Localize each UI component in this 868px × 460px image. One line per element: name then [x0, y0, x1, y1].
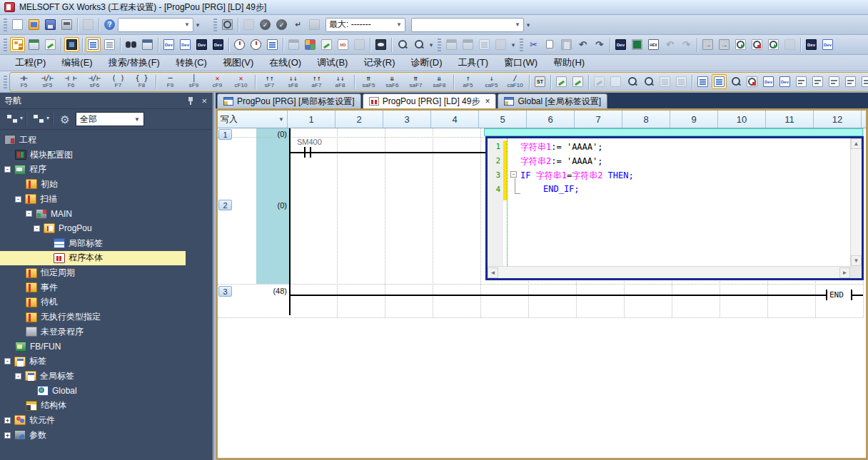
help-button[interactable]: ? — [102, 17, 117, 32]
ladder-grid[interactable]: 1 (0) 2 (0) SM400 1 — [218, 128, 866, 458]
tree-item-local-label[interactable]: 局部标签 — [0, 236, 211, 251]
device-jump-button[interactable]: Dev — [761, 74, 776, 89]
tab-progpou-local-label[interactable]: ProgPou [PRG] [局部标签设置] — [217, 93, 361, 108]
delete-vline-button[interactable]: ✕cF10 — [229, 73, 253, 91]
verify-green-button[interactable] — [733, 37, 748, 52]
collapse-expander[interactable]: - — [4, 166, 11, 173]
redo-button[interactable]: ↷ — [592, 37, 607, 52]
device-write-button[interactable]: Dev — [777, 74, 792, 89]
monitor-green-button[interactable] — [630, 37, 645, 52]
menu-view[interactable]: 视图(V) — [215, 55, 261, 71]
rung-number[interactable]: 3 — [218, 286, 232, 297]
wrap-off-button[interactable] — [712, 74, 727, 89]
undo-button[interactable]: ↶ — [575, 37, 590, 52]
toolbar-grip[interactable] — [438, 39, 441, 51]
device-k-button[interactable]: Dev — [613, 37, 628, 52]
falling-conv-button[interactable]: ↓caF5 — [480, 73, 503, 91]
list-gray-button[interactable] — [102, 37, 117, 52]
hline-button[interactable]: ─F9 — [158, 73, 182, 91]
align-c-button[interactable] — [859, 74, 868, 89]
statement-edit-button[interactable] — [319, 37, 334, 52]
check-2-button[interactable]: ✓ — [274, 17, 289, 32]
falling-pulse-branch-button[interactable]: ↓↓aF8 — [328, 73, 352, 91]
menu-help[interactable]: 帮助(H) — [545, 55, 592, 71]
clock-set-button[interactable] — [232, 37, 247, 52]
toolbar-overflow-button[interactable]: ▾ — [427, 41, 435, 48]
scroll-up-button[interactable]: ▲ — [851, 138, 862, 149]
menu-convert[interactable]: 转换(C) — [168, 55, 215, 71]
write-plc-button[interactable]: → — [700, 37, 715, 52]
device-redblue-button[interactable]: Dev — [804, 37, 819, 52]
pin-icon[interactable] — [187, 96, 194, 105]
tree-collapse-button[interactable] — [3, 111, 21, 127]
open-branch-button[interactable]: ⊣ ⊢F6 — [59, 73, 83, 91]
chevron-down-icon[interactable]: ▼ — [278, 116, 284, 123]
toolbar-grip[interactable] — [213, 19, 217, 31]
chevron-down-icon[interactable]: ▼ — [180, 21, 190, 28]
monitor-watch-button[interactable] — [766, 37, 781, 52]
align-b-button[interactable] — [843, 74, 858, 89]
gear-button[interactable]: ⚙ — [56, 111, 74, 127]
save-button[interactable] — [43, 17, 58, 32]
indent-out-button[interactable] — [810, 74, 825, 89]
tree-order-button[interactable] — [29, 111, 48, 127]
cut-button[interactable]: ✂ — [526, 37, 541, 52]
new-project-button[interactable] — [10, 17, 25, 32]
tree-item-global-label[interactable]: -全局标签 — [0, 369, 211, 384]
module-chip-button[interactable] — [64, 37, 79, 52]
menu-edit[interactable]: 编辑(E) — [54, 55, 100, 71]
toolbar-overflow-button[interactable]: ▾ — [193, 21, 202, 29]
menu-window[interactable]: 窗口(W) — [496, 55, 545, 71]
invert-result-button[interactable]: ∕caF10 — [503, 73, 527, 91]
outline-button[interactable] — [265, 37, 280, 52]
closed-branch-button[interactable]: ⊣/⊢sF6 — [83, 73, 106, 91]
zoom-tool-button[interactable] — [395, 37, 410, 52]
device-batch-button[interactable]: Dev — [194, 37, 209, 52]
copy-button[interactable] — [542, 37, 557, 52]
inline-st-button[interactable] — [554, 74, 569, 89]
tree-item-no-exec-type[interactable]: 无执行类型指定 — [0, 310, 211, 324]
tree-item-project[interactable]: 工程 — [0, 133, 211, 148]
coil-button[interactable]: ( )F7 — [106, 73, 130, 91]
zoom-doc-button[interactable] — [728, 74, 743, 89]
read-plc-button[interactable]: → — [717, 37, 732, 52]
tree-item-main[interactable]: -MAIN — [0, 206, 211, 221]
tree-item-progpou[interactable]: -ProgPou — [0, 221, 211, 236]
check-1-button[interactable]: ✓ — [258, 17, 273, 32]
rising-pulse-branch-button[interactable]: ↑↑aF7 — [305, 73, 328, 91]
vline-button[interactable]: │sF9 — [182, 73, 206, 91]
toolbar-grip[interactable] — [4, 39, 7, 51]
rising-pulse-button[interactable]: ↑↑sF7 — [258, 73, 281, 91]
tree-item-module-config[interactable]: 模块配置图 — [0, 148, 211, 163]
contact-device-label[interactable]: SM400 — [297, 138, 322, 146]
menu-online[interactable]: 在线(O) — [261, 55, 309, 71]
return-button[interactable]: ↵ — [291, 17, 306, 32]
chevron-down-icon[interactable]: ▼ — [392, 21, 402, 28]
pulse-ne-contact2-button[interactable]: ⇊saF6 — [380, 73, 404, 91]
toolbar-grip[interactable] — [520, 39, 523, 51]
find-prev-button[interactable] — [625, 74, 640, 89]
st-code-line-2[interactable]: 字符串2:= 'AAAA'; — [520, 155, 602, 168]
close-icon[interactable]: × — [201, 96, 207, 106]
watch-combo[interactable]: ▼ — [411, 18, 524, 32]
tree-item-parameter[interactable]: +参数 — [0, 428, 211, 443]
tree-item-fbfun[interactable]: FB/FUN — [0, 339, 211, 354]
project-combo[interactable]: ▼ — [118, 18, 193, 32]
pulse-ne-contact-button[interactable]: ⇈saF5 — [357, 73, 380, 91]
device-eye-button[interactable] — [373, 37, 388, 52]
indent-in-button[interactable] — [794, 74, 809, 89]
tree-item-initial[interactable]: 初始 — [0, 177, 211, 192]
delete-hline-button[interactable]: ✕cF9 — [206, 73, 229, 91]
project-tree-button[interactable] — [10, 37, 25, 52]
menu-project[interactable]: 工程(P) — [7, 55, 54, 71]
scroll-down-button[interactable]: ▼ — [851, 255, 862, 266]
tree-item-program-body[interactable]: 程序本体 — [0, 251, 186, 266]
list-blue-button[interactable] — [86, 37, 101, 52]
collapse-expander[interactable]: - — [15, 373, 21, 379]
print-button[interactable] — [59, 17, 74, 32]
tree-item-scan[interactable]: -扫描 — [0, 192, 211, 207]
collapse-expander[interactable]: - — [26, 210, 32, 217]
tree-item-program[interactable]: -程序 — [0, 162, 211, 177]
collapse-expander[interactable]: - — [34, 225, 40, 232]
menu-tools[interactable]: 工具(T) — [450, 55, 497, 71]
